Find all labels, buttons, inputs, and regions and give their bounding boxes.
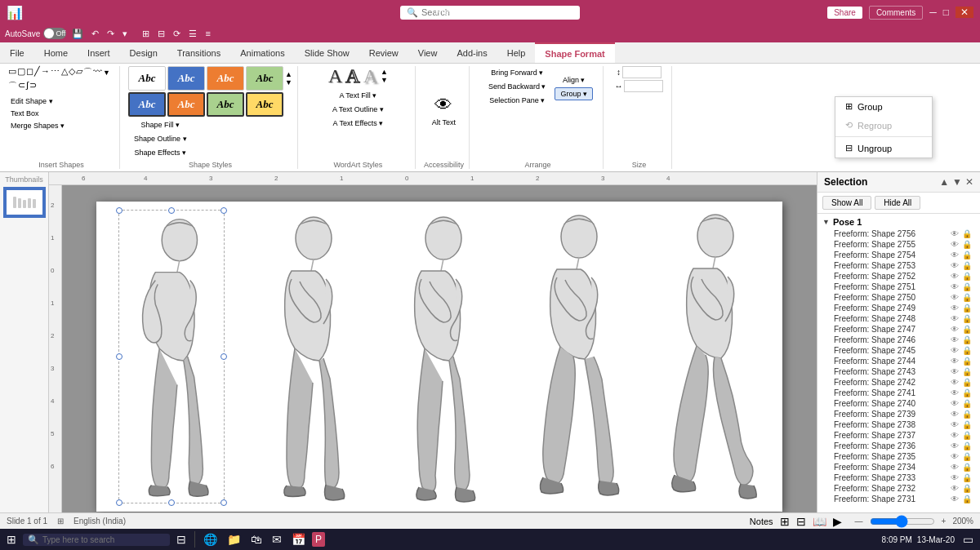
start-button[interactable]: ⊞ (3, 531, 20, 548)
shape-rounded-rect[interactable]: ▢ (17, 66, 25, 78)
shape-effects-button[interactable]: Shape Effects ▾ (128, 146, 193, 159)
shape-curve[interactable]: ⌒ (83, 66, 92, 78)
tab-insert[interactable]: Insert (78, 42, 120, 63)
zoom-slider[interactable] (870, 515, 935, 528)
style-abc-3[interactable]: Abc (207, 66, 244, 91)
pane-item-25[interactable]: Freeform: Shape 2731👁🔒 (817, 494, 980, 504)
handle-tc[interactable] (168, 207, 175, 214)
dropdown-ungroup[interactable]: ⊟ Ungroup (835, 139, 932, 157)
redo-button[interactable]: ↷ (105, 28, 117, 40)
pane-item-21[interactable]: Freeform: Shape 2735👁🔒 (817, 451, 980, 462)
tab-help[interactable]: Help (497, 42, 536, 63)
style-abc-5[interactable]: Abc (128, 92, 166, 117)
wordart-a-filled[interactable]: A (328, 66, 342, 86)
pane-item-7[interactable]: Freeform: Shape 2749👁🔒 (817, 303, 980, 313)
tab-view[interactable]: View (408, 42, 448, 63)
pane-item-1[interactable]: Freeform: Shape 2755👁🔒 (817, 239, 980, 250)
shape-more[interactable]: ⋯ (51, 66, 60, 78)
pane-item-24[interactable]: Freeform: Shape 2732👁🔒 (817, 483, 980, 494)
taskbar-store-icon[interactable]: 🛍 (247, 531, 265, 548)
pane-item-22[interactable]: Freeform: Shape 2734👁🔒 (817, 462, 980, 472)
shapes-scroll-down[interactable]: ▼ (103, 66, 110, 78)
pane-item-8[interactable]: Freeform: Shape 2748👁🔒 (817, 313, 980, 324)
style-abc-6[interactable]: Abc (167, 92, 205, 117)
tab-design[interactable]: Design (120, 42, 167, 63)
align-qa-button[interactable]: ≡ (203, 28, 212, 40)
pane-item-13[interactable]: Freeform: Shape 2743👁🔒 (817, 366, 980, 377)
taskbar-calendar-icon[interactable]: 📅 (288, 531, 309, 548)
hide-all-button[interactable]: Hide All (875, 196, 920, 210)
handle-tl[interactable] (116, 207, 122, 214)
maximize-button[interactable]: □ (943, 7, 949, 18)
shape-s4[interactable]: ⊃ (29, 80, 37, 92)
shape-s3[interactable]: ∫ (26, 80, 29, 92)
shape-arrow[interactable]: → (41, 66, 50, 78)
minimize-button[interactable]: ─ (929, 7, 937, 18)
taskbar-search-input[interactable] (42, 535, 157, 544)
undo-button[interactable]: ↶ (89, 28, 101, 40)
reading-view-button[interactable]: 📖 (813, 515, 826, 528)
show-all-button[interactable]: Show All (822, 196, 871, 210)
pose-5[interactable] (654, 210, 760, 503)
alt-text-button[interactable]: Alt Text (426, 116, 461, 129)
pane-item-17[interactable]: Freeform: Shape 2739👁🔒 (817, 409, 980, 419)
pose-4[interactable] (520, 210, 626, 503)
section-button[interactable]: ☰ (186, 28, 199, 40)
pane-down-button[interactable]: ▼ (952, 176, 962, 188)
tab-review[interactable]: Review (359, 42, 408, 63)
shape-rect[interactable]: ▭ (8, 66, 16, 78)
text-effects-button[interactable]: A Text Effects ▾ (327, 117, 390, 130)
shape-freeform[interactable]: 〰 (93, 66, 102, 78)
tab-home[interactable]: Home (34, 42, 78, 63)
pane-item-12[interactable]: Freeform: Shape 2744👁🔒 (817, 356, 980, 366)
handle-bl[interactable] (116, 499, 122, 506)
send-backward-button[interactable]: Send Backward ▾ (483, 80, 552, 93)
tab-animations[interactable]: Animations (230, 42, 294, 63)
pane-item-4[interactable]: Freeform: Shape 2752👁🔒 (817, 271, 980, 282)
normal-view-button[interactable]: ⊞ (780, 515, 790, 528)
dropdown-regroup[interactable]: ⟲ Regroup (835, 116, 932, 135)
pane-item-6[interactable]: Freeform: Shape 2750👁🔒 (817, 292, 980, 303)
autosave-toggle[interactable]: Off (43, 28, 66, 39)
pane-item-2[interactable]: Freeform: Shape 2754👁🔒 (817, 250, 980, 260)
tab-file[interactable]: File (0, 42, 34, 63)
pane-close-button[interactable]: ✕ (965, 176, 973, 188)
slide-canvas[interactable] (96, 202, 782, 512)
bring-forward-button[interactable]: Bring Forward ▾ (483, 66, 552, 79)
save-button[interactable]: 💾 (69, 28, 86, 40)
styles-scroll[interactable]: ▲▼ (285, 66, 292, 91)
tab-addins[interactable]: Add-ins (447, 42, 497, 63)
group-button[interactable]: Group ▾ (555, 87, 593, 100)
height-input[interactable]: 3.35" (622, 66, 662, 78)
taskbar-files-icon[interactable]: 📁 (224, 531, 244, 548)
tab-shape-format[interactable]: Shape Format (535, 42, 614, 63)
align-button[interactable]: Align ▾ (555, 73, 593, 86)
alt-text-icon[interactable]: 👁 (434, 96, 452, 114)
shape-diamond[interactable]: ◇ (69, 66, 75, 78)
shape-tri[interactable]: △ (61, 66, 68, 78)
width-input[interactable]: 0.79" (624, 80, 663, 92)
taskbar-search[interactable]: 🔍 (23, 534, 170, 546)
new-slide-button[interactable]: ⊞ (140, 28, 152, 40)
shape-fill-button[interactable]: Shape Fill ▾ (128, 118, 193, 131)
slide-thumbnail-1[interactable] (3, 187, 46, 218)
style-abc-1[interactable]: Abc (128, 66, 166, 91)
slide-sorter-button[interactable]: ⊟ (796, 515, 806, 528)
text-outline-button[interactable]: A Text Outline ▾ (327, 103, 390, 116)
pane-item-9[interactable]: Freeform: Shape 2747👁🔒 (817, 324, 980, 335)
style-abc-4[interactable]: Abc (246, 66, 283, 91)
handle-tr[interactable] (220, 207, 227, 214)
tab-transitions[interactable]: Transitions (167, 42, 230, 63)
shape-rect2[interactable]: ◻ (26, 66, 33, 78)
pane-item-11[interactable]: Freeform: Shape 2745👁🔒 (817, 345, 980, 356)
taskbar-powerpoint-icon[interactable]: P (312, 532, 325, 547)
wordart-a-outlined[interactable]: A (345, 66, 359, 86)
task-view-button[interactable]: ⊟ (173, 531, 189, 548)
pane-group-pose1[interactable]: ▼ Pose 1 (817, 215, 980, 228)
text-fill-button[interactable]: A Text Fill ▾ (327, 89, 390, 102)
wordart-scroll[interactable]: ▲▼ (381, 68, 388, 84)
more-qa-button[interactable]: ▾ (120, 28, 130, 40)
search-input[interactable] (421, 7, 552, 17)
pane-up-button[interactable]: ▲ (939, 176, 949, 188)
pane-item-10[interactable]: Freeform: Shape 2746👁🔒 (817, 335, 980, 345)
